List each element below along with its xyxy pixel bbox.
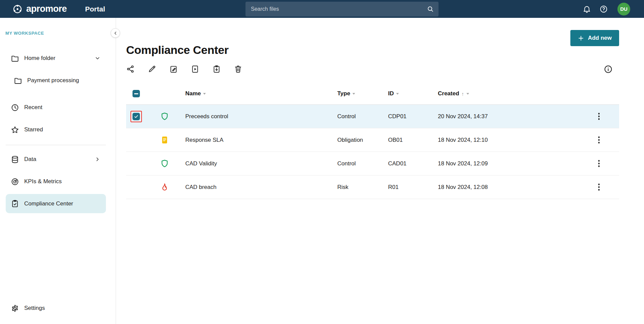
row-created: 18 Nov 2024, 12:09	[435, 160, 579, 167]
brand-name: apromore	[26, 4, 67, 14]
row-name: CAD breach	[183, 184, 335, 191]
sidebar-item-label: Compliance Center	[24, 200, 73, 207]
run-file-icon[interactable]	[191, 65, 199, 73]
sidebar-item-recent[interactable]: Recent	[0, 100, 116, 115]
trash-icon[interactable]	[234, 65, 242, 73]
sort-caret-icon	[203, 93, 206, 95]
row-type: Obligation	[335, 137, 385, 143]
sort-caret-icon	[466, 93, 469, 95]
apromore-logo[interactable]: apromore	[12, 4, 67, 14]
sort-caret-icon	[396, 93, 399, 95]
star-icon	[11, 126, 19, 134]
search-input[interactable]	[245, 2, 422, 17]
column-header-id[interactable]: ID	[385, 90, 435, 97]
sidebar-item-label: Payment processing	[27, 77, 79, 84]
sidebar-item-payment-processing[interactable]: Payment processing	[0, 73, 116, 88]
row-created: 18 Nov 2024, 12:10	[435, 137, 579, 143]
table-header-row: Name Type ID Created ↑	[126, 83, 619, 105]
row-menu-kebab-icon[interactable]	[595, 181, 603, 193]
info-icon[interactable]	[604, 65, 613, 74]
table-row[interactable]: CAD breach Risk R01 18 Nov 2024, 12:08	[126, 175, 619, 199]
row-name: CAD Validity	[183, 160, 335, 167]
chevron-left-icon	[113, 31, 118, 36]
row-created: 18 Nov 2024, 12:08	[435, 184, 579, 191]
column-header-type[interactable]: Type	[335, 90, 385, 97]
database-icon	[11, 155, 19, 164]
sidebar-divider	[6, 145, 106, 145]
sidebar-item-label: Home folder	[24, 55, 55, 62]
clipboard-check-icon	[11, 199, 19, 208]
sort-caret-icon	[352, 93, 355, 95]
sidebar-item-label: Data	[24, 156, 36, 163]
table-row[interactable]: CAD Validity Control CAD01 18 Nov 2024, …	[126, 152, 619, 175]
folder-icon	[14, 76, 22, 85]
table-row[interactable]: Response SLA Obligation OB01 18 Nov 2024…	[126, 128, 619, 152]
row-id: R01	[385, 184, 435, 191]
chevron-down-icon[interactable]	[94, 55, 101, 61]
table-row[interactable]: Preceeds control Control CDP01 20 Nov 20…	[126, 105, 619, 128]
row-menu-kebab-icon[interactable]	[595, 110, 603, 123]
column-header-name[interactable]: Name	[183, 90, 335, 97]
product-title: Portal	[85, 5, 105, 13]
search-bar	[245, 2, 439, 17]
gauge-icon	[11, 177, 19, 186]
row-menu-kebab-icon[interactable]	[595, 157, 603, 170]
sidebar-item-compliance-center[interactable]: Compliance Center	[6, 194, 106, 213]
sidebar-item-kpis-metrics[interactable]: KPIs & Metrics	[0, 174, 116, 189]
notifications-bell-icon[interactable]	[582, 5, 591, 13]
plus-icon	[578, 35, 584, 41]
toolbar	[126, 65, 242, 73]
chevron-right-icon[interactable]	[94, 156, 101, 162]
click-highlight-box	[130, 111, 142, 122]
user-avatar[interactable]: DU	[617, 3, 630, 15]
sidebar-item-home-folder[interactable]: Home folder	[0, 51, 116, 66]
add-new-button[interactable]: Add new	[570, 30, 619, 46]
sidebar-item-data[interactable]: Data	[0, 152, 116, 167]
row-menu-kebab-icon[interactable]	[595, 134, 603, 146]
export-clipboard-icon[interactable]	[212, 65, 221, 73]
edit-pencil-icon[interactable]	[148, 65, 156, 73]
sidebar-item-starred[interactable]: Starred	[0, 122, 116, 137]
table-body: Preceeds control Control CDP01 20 Nov 20…	[126, 105, 619, 199]
sidebar-item-label: KPIs & Metrics	[24, 178, 62, 185]
help-icon[interactable]	[599, 5, 608, 13]
folder-icon	[11, 54, 19, 63]
flame-icon	[160, 183, 169, 192]
sidebar-item-label: Settings	[24, 305, 45, 312]
column-header-created[interactable]: Created ↑	[435, 90, 579, 97]
document-icon	[160, 135, 169, 144]
sidebar-item-label: Starred	[24, 126, 43, 133]
select-all-checkbox[interactable]	[132, 90, 140, 97]
top-bar: apromore Portal DU	[0, 0, 644, 18]
page-title: Compliance Center	[126, 43, 229, 57]
main-content: Add new Compliance Center	[116, 18, 644, 324]
apromore-logo-icon	[12, 4, 23, 14]
shield-icon	[160, 159, 169, 168]
row-type: Risk	[335, 184, 385, 191]
sidebar: MY WORKSPACE Home folder Payment process…	[0, 18, 116, 324]
shield-icon	[160, 112, 169, 121]
row-created: 20 Nov 2024, 14:37	[435, 113, 579, 120]
row-name: Response SLA	[183, 137, 335, 143]
sidebar-collapse-button[interactable]	[111, 28, 120, 38]
clock-icon	[11, 103, 19, 112]
compliance-table: Name Type ID Created ↑	[126, 83, 619, 199]
add-new-label: Add new	[588, 35, 612, 41]
sort-ascending-arrow-icon: ↑	[461, 91, 464, 97]
sidebar-item-settings[interactable]: Settings	[0, 301, 116, 316]
row-id: CDP01	[385, 113, 435, 120]
sidebar-item-label: Recent	[24, 104, 42, 111]
row-name: Preceeds control	[183, 113, 335, 120]
share-icon[interactable]	[126, 65, 135, 73]
row-type: Control	[335, 113, 385, 120]
row-id: CAD01	[385, 160, 435, 167]
row-id: OB01	[385, 137, 435, 143]
workspace-section-label: MY WORKSPACE	[5, 31, 44, 36]
search-icon[interactable]	[422, 5, 439, 12]
row-type: Control	[335, 160, 385, 167]
portal-page: apromore Portal DU	[0, 0, 644, 324]
gear-icon	[11, 304, 19, 313]
edit-document-icon[interactable]	[169, 65, 178, 73]
row-checkbox[interactable]	[132, 113, 140, 120]
